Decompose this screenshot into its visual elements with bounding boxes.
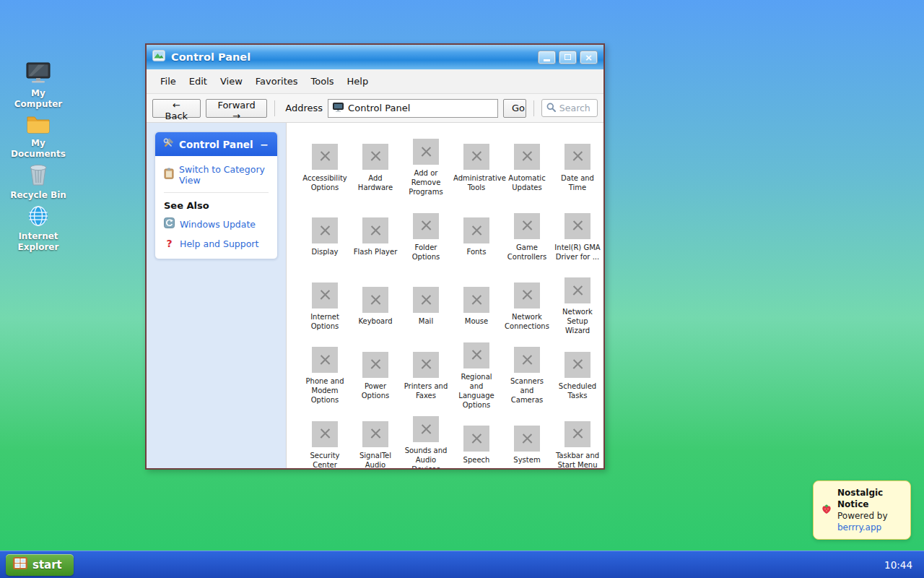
berrry-app-link[interactable]: berrry.app (837, 522, 903, 533)
control-panel-item[interactable]: Folder Options (401, 202, 451, 272)
address-input[interactable] (348, 103, 493, 113)
broken-image-icon (312, 282, 338, 309)
search-box[interactable] (541, 99, 598, 117)
taskbar: start 10:44 (0, 551, 924, 578)
collapse-pane-button[interactable]: − (258, 139, 270, 150)
toolbar-separator (533, 100, 534, 116)
windows-update-row: Windows Update (164, 217, 269, 231)
see-also-heading: See Also (164, 200, 269, 211)
control-panel-item[interactable]: Display (300, 202, 350, 272)
control-panel-item[interactable]: Printers and Faxes (401, 341, 451, 410)
control-panel-item[interactable]: Power Options (350, 341, 401, 410)
address-bar[interactable] (328, 99, 498, 118)
start-label: start (32, 558, 62, 571)
clipboard-icon (164, 168, 174, 182)
control-panel-item[interactable]: Security Center (300, 410, 350, 468)
control-panel-item[interactable]: Network Setup Wizard (552, 272, 603, 341)
control-panel-item[interactable]: Intel(R) GMA Driver for ... (552, 202, 603, 272)
control-panel-item[interactable]: Automatic Updates (502, 133, 552, 202)
control-panel-item[interactable]: Scanners and Cameras (502, 341, 552, 410)
broken-image-icon (413, 139, 439, 165)
control-panel-task-pane: Control Panel − Sw (154, 131, 278, 259)
control-panel-item[interactable]: Speech (451, 410, 502, 468)
control-panel-item-grid: Accessibility Options Add Hardware Add o… (286, 123, 603, 468)
control-panel-item[interactable]: Game Controllers (502, 202, 552, 272)
control-panel-item[interactable]: Add or Remove Programs (401, 133, 451, 202)
broken-image-icon (362, 352, 388, 378)
broken-image-icon (413, 213, 439, 239)
switch-category-view-link[interactable]: Switch to Category View (179, 164, 269, 186)
control-panel-item[interactable]: Mail (401, 272, 451, 341)
window-title: Control Panel (171, 51, 532, 63)
window-picture-icon (152, 50, 165, 64)
globe-icon (27, 205, 49, 230)
control-panel-item[interactable]: Internet Options (300, 272, 350, 341)
search-input[interactable] (559, 103, 593, 113)
control-panel-item[interactable]: Date and Time (552, 133, 603, 202)
start-button[interactable]: start (6, 554, 74, 576)
broken-image-icon (565, 421, 590, 447)
desktop-icon-label: My Computer (10, 88, 66, 110)
menu-file[interactable]: File (154, 73, 183, 90)
forward-button[interactable]: Forward → (206, 99, 268, 118)
window-titlebar[interactable]: Control Panel × (147, 45, 603, 69)
menu-view[interactable]: View (214, 73, 249, 90)
strawberry-icon (821, 503, 832, 517)
go-button[interactable]: Go (503, 99, 526, 118)
broken-image-icon (463, 287, 489, 313)
task-pane-title: Control Panel (179, 139, 253, 150)
broken-image-icon (565, 144, 590, 170)
control-panel-item[interactable]: System (502, 410, 552, 468)
my-computer-icon (26, 62, 51, 87)
control-panel-item[interactable]: Keyboard (350, 272, 401, 341)
broken-image-icon (514, 282, 540, 309)
control-panel-item[interactable]: Add Hardware (350, 133, 401, 202)
control-panel-item[interactable]: Mouse (451, 272, 502, 341)
control-panel-item[interactable]: Regional and Language Options (451, 341, 502, 410)
control-panel-item[interactable]: Taskbar and Start Menu (552, 410, 603, 468)
windows-update-link[interactable]: Windows Update (180, 219, 256, 230)
menu-tools[interactable]: Tools (305, 73, 341, 90)
desktop-icon-my-computer[interactable]: My Computer (10, 62, 66, 110)
monitor-icon (333, 101, 344, 115)
control-panel-item[interactable]: Phone and Modem Options (300, 341, 350, 410)
tools-icon (162, 137, 174, 152)
desktop-icon-column: My Computer My Documents Recycle Bin (10, 62, 66, 253)
menu-help[interactable]: Help (341, 73, 375, 90)
control-panel-item[interactable]: SignalTel Audio (350, 410, 401, 468)
menu-edit[interactable]: Edit (183, 73, 214, 90)
control-panel-item[interactable]: Network Connections (502, 272, 552, 341)
menu-favorites[interactable]: Favorites (249, 73, 305, 90)
minimize-button[interactable] (538, 51, 556, 64)
maximize-button[interactable] (559, 51, 577, 64)
control-panel-item[interactable]: Flash Player (350, 202, 401, 272)
control-panel-item[interactable]: Accessibility Options (300, 133, 350, 202)
broken-image-icon (362, 287, 388, 313)
search-icon (546, 101, 556, 115)
folder-icon (26, 114, 51, 137)
broken-image-icon (312, 217, 338, 243)
back-button[interactable]: ← Back (152, 99, 201, 118)
desktop-icon-my-documents[interactable]: My Documents (10, 114, 66, 160)
broken-image-icon (413, 416, 439, 442)
task-pane-header: Control Panel − (155, 132, 277, 156)
broken-image-icon (565, 213, 590, 239)
menu-bar: File Edit View Favorites Tools Help (147, 69, 603, 94)
window-controls: × (538, 51, 598, 64)
desktop-icon-recycle-bin[interactable]: Recycle Bin (10, 164, 66, 201)
broken-image-icon (565, 352, 590, 378)
control-panel-item[interactable]: Scheduled Tasks (552, 341, 603, 410)
nostalgic-notice: Nostalgic Notice Powered by berrry.app (813, 480, 911, 540)
help-and-support-link[interactable]: Help and Support (180, 238, 258, 249)
control-panel-item[interactable]: Administrative Tools (451, 133, 502, 202)
control-panel-item[interactable]: Fonts (451, 202, 502, 272)
pane-divider (164, 192, 269, 193)
close-icon: × (585, 52, 593, 63)
desktop-icon-label: My Documents (10, 138, 66, 160)
control-panel-window: Control Panel × File Edit View Favorites… (145, 43, 605, 470)
control-panel-item[interactable]: Sounds and Audio Devices (401, 410, 451, 468)
broken-image-icon (413, 287, 439, 313)
close-button[interactable]: × (580, 51, 598, 64)
desktop-icon-internet-explorer[interactable]: Internet Explorer (10, 205, 66, 253)
desktop: My Computer My Documents Recycle Bin (0, 0, 924, 578)
